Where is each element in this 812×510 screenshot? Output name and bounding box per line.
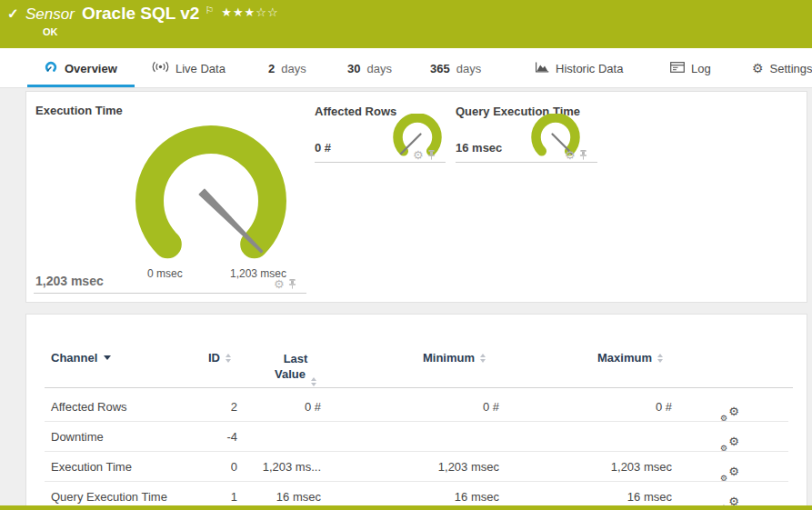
status-check-icon: ✓ — [7, 5, 19, 22]
channel-last-value: 0 # — [245, 392, 321, 422]
double-gear-icon: ⚙⚙ — [719, 452, 741, 482]
priority-stars[interactable]: ★★★☆☆ — [221, 5, 278, 19]
tab-historic-data-label: Historic Data — [556, 62, 623, 75]
channel-minimum: 1,203 msec — [408, 452, 499, 482]
affected-rows-gauge-title: Affected Rows — [315, 105, 396, 118]
sort-arrows-icon — [311, 377, 316, 386]
historic-chart-icon — [535, 62, 549, 75]
channels-panel: Channel ID Last Value Minimum Maximum Af… — [25, 314, 807, 510]
query-execution-time-current-value: 16 msec — [456, 141, 502, 155]
tab-log[interactable]: Log — [670, 48, 711, 88]
gauge-needle — [199, 189, 262, 252]
tab-30-days[interactable]: 30 days — [347, 48, 392, 88]
tab-log-label: Log — [691, 62, 711, 75]
sensor-title: Oracle SQL v2 — [82, 4, 200, 24]
sort-caret-down-icon — [104, 355, 111, 360]
tab-365-days-label: days — [456, 62, 481, 75]
gauge-settings-gear-icon[interactable]: ⚙ — [274, 278, 285, 290]
column-header-channel-label: Channel — [51, 351, 97, 365]
live-data-icon — [152, 61, 169, 75]
gauge-pin-icon[interactable] — [427, 150, 436, 160]
channel-link[interactable]: Affected Rows — [51, 392, 127, 422]
divider — [315, 162, 446, 163]
channel-maximum: 1,203 msec — [581, 452, 672, 482]
channel-settings-button[interactable]: ⚙⚙ — [719, 422, 741, 452]
column-header-value-label: Value — [275, 367, 306, 381]
column-header-last-label: Last — [284, 352, 308, 365]
gauge-pin-icon[interactable] — [288, 279, 296, 289]
divider — [45, 387, 793, 388]
gauge-corner-icons: ⚙ — [274, 278, 296, 290]
execution-time-gauge — [102, 115, 320, 278]
tab-live-data-label: Live Data — [175, 62, 226, 75]
tab-overview-label: Overview — [65, 62, 117, 75]
sort-arrows-icon — [480, 354, 486, 363]
sort-arrows-icon — [226, 354, 231, 363]
channel-id: -4 — [190, 422, 237, 452]
double-gear-icon: ⚙⚙ — [719, 422, 741, 452]
status-badge: OK — [43, 26, 58, 37]
gauge-icon — [44, 61, 58, 76]
sensor-title-line: Sensor Oracle SQL v2 ⚐ ★★★☆☆ — [25, 4, 279, 24]
affected-rows-current-value: 0 # — [315, 141, 331, 155]
table-row: Affected Rows 2 0 # 0 # 0 # ⚙⚙ — [26, 392, 802, 422]
gauge-settings-gear-icon[interactable]: ⚙ — [565, 149, 576, 161]
object-kind-label: Sensor — [25, 5, 75, 24]
tab-settings[interactable]: ⚙ Settings — [752, 48, 812, 88]
table-row: Downtime -4 ⚙⚙ — [26, 422, 802, 452]
column-header-minimum[interactable]: Minimum — [376, 351, 486, 365]
column-header-id-label: ID — [208, 351, 220, 365]
next-section-edge — [0, 505, 812, 510]
channel-link[interactable]: Execution Time — [51, 452, 132, 482]
gauge-min-label: 0 msec — [147, 267, 183, 280]
tab-2-days-label: days — [281, 62, 306, 75]
tab-2-days-number: 2 — [268, 62, 275, 75]
column-header-maximum-label: Maximum — [597, 351, 652, 365]
channel-minimum: 0 # — [408, 392, 499, 422]
tab-365-days-number: 365 — [430, 62, 450, 75]
table-row: Execution Time 0 1,203 ms... 1,203 msec … — [26, 452, 802, 482]
gauge-corner-icons: ⚙ — [413, 149, 436, 161]
channel-link[interactable]: Downtime — [51, 422, 104, 452]
column-header-channel[interactable]: Channel — [51, 351, 111, 365]
column-header-id[interactable]: ID — [172, 351, 231, 365]
double-gear-icon: ⚙⚙ — [719, 392, 741, 422]
settings-gear-icon: ⚙ — [752, 61, 764, 75]
execution-time-current-value: 1,203 msec — [35, 274, 104, 288]
sensor-header: ✓ Sensor Oracle SQL v2 ⚐ ★★★☆☆ OK — [0, 0, 812, 48]
channel-maximum: 0 # — [581, 392, 672, 422]
column-header-minimum-label: Minimum — [423, 351, 475, 365]
column-header-last-value[interactable]: Last Value — [250, 351, 341, 384]
gauge-settings-gear-icon[interactable]: ⚙ — [413, 149, 424, 161]
gauge-pin-icon[interactable] — [579, 150, 587, 160]
channel-id: 2 — [190, 392, 237, 422]
tab-30-days-label: days — [366, 62, 391, 75]
channel-last-value: 1,203 ms... — [245, 452, 321, 482]
divider — [456, 162, 597, 163]
channel-settings-button[interactable]: ⚙⚙ — [719, 392, 741, 422]
log-icon — [670, 62, 685, 75]
tab-settings-label: Settings — [770, 62, 812, 75]
tab-overview[interactable]: Overview — [44, 48, 117, 88]
channel-settings-button[interactable]: ⚙⚙ — [719, 452, 741, 482]
gauges-panel: Execution Time 0 msec 1,203 msec 1,203 m… — [25, 91, 807, 303]
channel-id: 0 — [190, 452, 237, 482]
sort-arrows-icon — [657, 354, 663, 363]
gauge-corner-icons: ⚙ — [565, 149, 587, 161]
divider — [34, 293, 306, 294]
tab-historic-data[interactable]: Historic Data — [535, 48, 623, 88]
tab-365-days[interactable]: 365 days — [430, 48, 481, 88]
tab-2-days[interactable]: 2 days — [268, 48, 306, 88]
column-header-maximum[interactable]: Maximum — [554, 351, 663, 365]
tab-30-days-number: 30 — [347, 62, 360, 75]
active-tab-underline — [27, 85, 135, 87]
tab-live-data[interactable]: Live Data — [152, 48, 226, 88]
priority-flag-icon[interactable]: ⚐ — [205, 5, 214, 16]
tab-bar: Overview Live Data 2 days 30 days 365 da… — [0, 48, 812, 88]
